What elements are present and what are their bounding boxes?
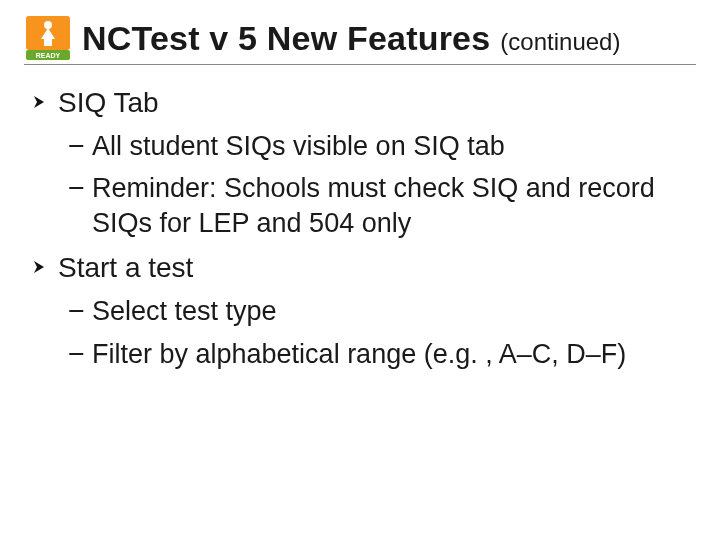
list-item-text: Reminder: Schools must check SIQ and rec… [92, 171, 696, 240]
list-item: ‒ Filter by alphabetical range (e.g. , A… [68, 337, 696, 372]
list-item: ‒ Reminder: Schools must check SIQ and r… [68, 171, 696, 240]
list-item: Start a test [30, 250, 696, 286]
list-item: ‒ All student SIQs visible on SIQ tab [68, 129, 696, 164]
svg-point-2 [44, 21, 52, 29]
section-siq-tab: SIQ Tab ‒ All student SIQs visible on SI… [30, 85, 696, 240]
chevron-right-icon [30, 89, 48, 115]
list-item: SIQ Tab [30, 85, 696, 121]
dash-icon: ‒ [68, 294, 82, 324]
slide-content: SIQ Tab ‒ All student SIQs visible on SI… [24, 85, 696, 371]
slide-header: READY NCTest v 5 New Features (continued… [24, 14, 696, 65]
svg-text:READY: READY [36, 52, 61, 59]
slide-title: NCTest v 5 New Features (continued) [82, 19, 696, 58]
section-heading: Start a test [58, 250, 193, 286]
list-item-text: All student SIQs visible on SIQ tab [92, 129, 505, 164]
list-item: ‒ Select test type [68, 294, 696, 329]
dash-icon: ‒ [68, 129, 82, 159]
section-heading: SIQ Tab [58, 85, 159, 121]
list-item-text: Filter by alphabetical range (e.g. , A–C… [92, 337, 626, 372]
slide: READY NCTest v 5 New Features (continued… [0, 0, 720, 540]
section-start-test: Start a test ‒ Select test type ‒ Filter… [30, 250, 696, 371]
chevron-right-icon [30, 254, 48, 280]
list-item-text: Select test type [92, 294, 277, 329]
title-main: NCTest v 5 New Features [82, 19, 490, 58]
ready-logo: READY [24, 14, 72, 62]
dash-icon: ‒ [68, 337, 82, 367]
dash-icon: ‒ [68, 171, 82, 201]
title-continued: (continued) [500, 28, 620, 56]
